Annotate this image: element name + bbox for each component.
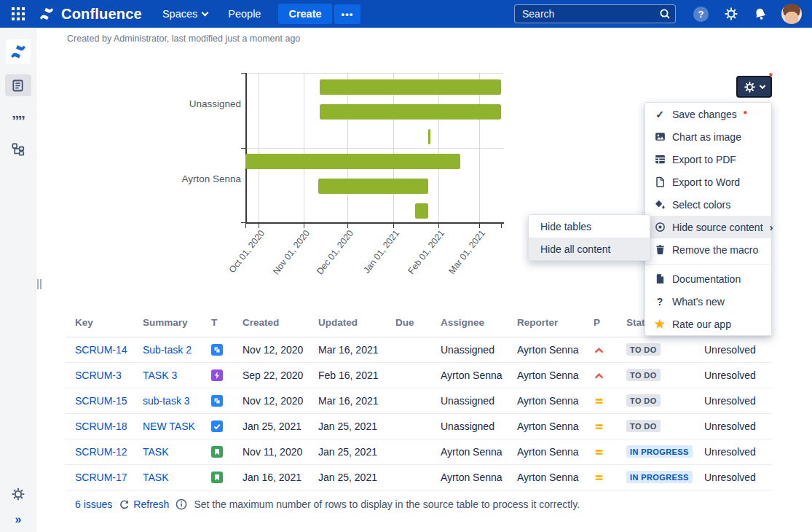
search-box xyxy=(514,4,676,23)
gear-icon[interactable] xyxy=(724,7,738,21)
chart-tick xyxy=(347,224,348,228)
type-cell xyxy=(202,388,233,413)
export-pdf-icon xyxy=(654,154,666,165)
column-header-summary[interactable]: Summary xyxy=(133,313,202,337)
notification-bell-icon[interactable] xyxy=(752,6,768,22)
submenu-item-hide-all-content[interactable]: Hide all content xyxy=(529,238,650,260)
updated-cell: Mar 16, 2021 xyxy=(309,388,386,413)
issues-count-link[interactable]: 6 issues xyxy=(75,498,112,510)
created-cell: Nov 12, 2020 xyxy=(233,337,309,362)
info-icon xyxy=(176,498,187,510)
summary-cell: Sub-task 2 xyxy=(133,337,202,362)
issue-key-link[interactable]: SCRUM-18 xyxy=(75,420,127,432)
priority-cell xyxy=(584,464,617,490)
status-cell: TO DO xyxy=(617,413,695,439)
menu-item-remove-the-macro[interactable]: Remove the macro xyxy=(645,238,771,261)
chart-gridline xyxy=(479,73,480,222)
status-cell: TO DO xyxy=(617,362,695,388)
menu-item-select-colors[interactable]: Select colors xyxy=(645,193,771,216)
refresh-link[interactable]: Refresh xyxy=(133,498,169,510)
reporter-cell: Ayrton Senna xyxy=(508,439,584,464)
menu-item-label: Documentation xyxy=(672,273,741,285)
issue-summary-link[interactable]: TASK xyxy=(143,472,169,483)
menu-item-chart-as-image[interactable]: Chart as image xyxy=(645,125,771,148)
resolution-cell: Unresolved xyxy=(695,439,772,464)
column-header-created[interactable]: Created xyxy=(233,313,309,337)
search-input[interactable] xyxy=(514,4,676,23)
column-header-reporter[interactable]: Reporter xyxy=(508,313,584,337)
due-cell xyxy=(386,439,431,464)
sidebar-item-blog[interactable]: ”” xyxy=(5,106,31,128)
chart-x-axis xyxy=(245,222,504,224)
due-cell xyxy=(386,337,431,362)
menu-separator xyxy=(645,264,771,265)
chart-gridline xyxy=(438,73,439,222)
macro-settings-button[interactable]: * xyxy=(736,76,772,98)
updated-cell: Jan 25, 2021 xyxy=(309,464,386,490)
key-cell: SCRUM-18 xyxy=(66,413,133,439)
confluence-logo-icon xyxy=(38,5,55,23)
issue-summary-link[interactable]: TASK 3 xyxy=(143,369,177,381)
menu-item-export-to-word[interactable]: Export to Word xyxy=(645,171,771,193)
issue-key-link[interactable]: SCRUM-15 xyxy=(75,395,127,407)
y-axis-label: Unassigned xyxy=(132,98,241,109)
issue-summary-link[interactable]: TASK xyxy=(143,446,169,458)
menu-item-what-s-new[interactable]: ?What's new xyxy=(645,290,771,313)
x-axis-label: Dec 01, 2020 xyxy=(307,228,356,287)
table-row: SCRUM-17TASKJan 16, 2021Jan 25, 2021Ayrt… xyxy=(66,464,772,490)
gantt-bar-scrum-17 xyxy=(415,203,428,219)
column-header-p[interactable]: P xyxy=(584,313,617,337)
menu-item-save-changes[interactable]: ✓Save changes* xyxy=(645,103,771,125)
confluence-brand[interactable]: Confluence xyxy=(38,5,142,23)
left-sidebar: ”” » xyxy=(0,28,36,532)
user-avatar[interactable] xyxy=(781,4,802,24)
sidebar-resize-handle[interactable] xyxy=(37,279,42,289)
app-switcher-icon[interactable] xyxy=(10,6,26,22)
issue-key-link[interactable]: SCRUM-14 xyxy=(75,344,127,356)
eye-icon xyxy=(654,222,666,233)
help-icon[interactable]: ? xyxy=(693,7,709,22)
menu-item-export-to-pdf[interactable]: Export to PDF xyxy=(645,148,771,171)
resolution-cell: Unresolved xyxy=(695,362,772,388)
nav-spaces[interactable]: Spaces xyxy=(162,8,208,20)
x-axis-label: Mar 01, 2021 xyxy=(438,228,487,287)
assignee-cell: Unassigned xyxy=(431,413,508,439)
more-actions-button[interactable]: ••• xyxy=(334,4,361,24)
menu-item-rate-our-app[interactable]: ★Rate our app xyxy=(645,313,771,335)
column-header-key[interactable]: Key xyxy=(66,313,133,337)
issue-type-task-icon xyxy=(211,420,223,431)
reporter-cell: Ayrton Senna xyxy=(508,337,584,362)
space-logo[interactable] xyxy=(6,39,31,64)
menu-item-hide-source-content[interactable]: Hide source content› xyxy=(645,216,771,238)
refresh-control[interactable]: Refresh xyxy=(119,498,169,510)
unsaved-changes-marker: * xyxy=(769,71,773,82)
issue-summary-link[interactable]: sub-task 3 xyxy=(143,395,190,407)
issue-summary-link[interactable]: NEW TASK xyxy=(143,420,195,432)
nav-people[interactable]: People xyxy=(228,8,261,20)
submenu-item-hide-tables[interactable]: Hide tables xyxy=(529,215,650,238)
gantt-bar-scrum-18 xyxy=(428,129,430,144)
menu-item-label: What's new xyxy=(672,296,725,308)
column-header-due[interactable]: Due xyxy=(386,313,431,337)
created-cell: Jan 16, 2021 xyxy=(233,464,309,490)
issue-key-link[interactable]: SCRUM-12 xyxy=(75,446,127,458)
issue-key-link[interactable]: SCRUM-17 xyxy=(75,472,127,483)
sidebar-settings-icon[interactable] xyxy=(11,487,25,501)
priority-cell xyxy=(584,362,617,388)
search-icon[interactable] xyxy=(659,8,671,20)
quote-icon: ”” xyxy=(12,110,24,125)
menu-item-documentation[interactable]: Documentation xyxy=(645,267,771,290)
issue-key-link[interactable]: SCRUM-3 xyxy=(75,369,122,381)
create-button[interactable]: Create xyxy=(278,4,331,24)
sidebar-item-hierarchy[interactable] xyxy=(5,138,31,160)
sidebar-expand-icon[interactable]: » xyxy=(0,513,36,526)
column-header-assignee[interactable]: Assignee xyxy=(431,313,508,337)
column-header-t[interactable]: T xyxy=(202,313,233,337)
nav-people-label: People xyxy=(228,8,261,20)
created-cell: Jan 25, 2021 xyxy=(233,413,309,439)
sidebar-item-pages[interactable] xyxy=(5,74,31,96)
due-cell xyxy=(386,464,431,490)
column-header-updated[interactable]: Updated xyxy=(309,313,386,337)
issue-summary-link[interactable]: Sub-task 2 xyxy=(143,344,192,356)
chart-gridline xyxy=(245,148,504,149)
